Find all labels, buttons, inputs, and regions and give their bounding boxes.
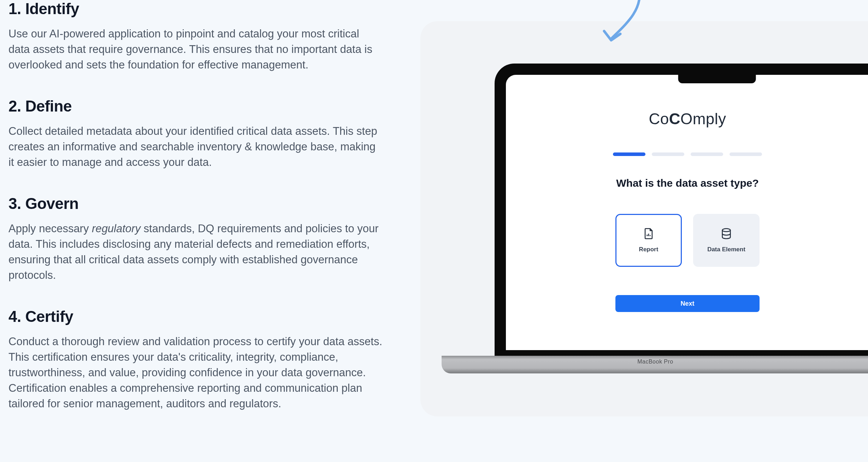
document-chart-icon — [643, 228, 655, 240]
step-title: 1. Identify — [8, 0, 383, 18]
step-body-em: regulatory — [92, 222, 141, 235]
option-data-element[interactable]: Data Element — [693, 214, 760, 267]
step-body: Collect detailed metadata about your ide… — [8, 124, 383, 170]
step-title: 2. Define — [8, 97, 383, 115]
step-title: 4. Certify — [8, 308, 383, 325]
laptop-mockup: CoCOmply What is the data asset type? — [495, 64, 868, 374]
step-identify: 1. Identify Use our AI-powered applicati… — [8, 0, 383, 73]
steps-column: 1. Identify Use our AI-powered applicati… — [8, 0, 383, 436]
laptop-bezel: CoCOmply What is the data asset type? — [495, 64, 868, 356]
step-certify: 4. Certify Conduct a thorough review and… — [8, 308, 383, 412]
step-title: 3. Govern — [8, 195, 383, 212]
step-body: Apply necessary regulatory standards, DQ… — [8, 221, 383, 283]
arrow-icon — [601, 0, 646, 53]
progress-step-3 — [691, 152, 723, 156]
asset-type-options: Report Data Element — [506, 214, 868, 267]
app-question: What is the data asset type? — [506, 177, 868, 189]
step-govern: 3. Govern Apply necessary regulatory sta… — [8, 195, 383, 283]
step-define: 2. Define Collect detailed metadata abou… — [8, 97, 383, 170]
progress-step-2 — [652, 152, 684, 156]
progress-bar — [506, 152, 868, 156]
app-logo: CoCOmply — [506, 110, 868, 128]
option-report[interactable]: Report — [615, 214, 682, 267]
laptop-screen: CoCOmply What is the data asset type? — [506, 75, 868, 350]
progress-step-4 — [730, 152, 762, 156]
laptop-base: MacBook Pro — [442, 356, 868, 373]
laptop-model-label: MacBook Pro — [442, 359, 868, 365]
step-body-pre: Apply necessary — [8, 222, 92, 235]
option-label: Data Element — [707, 246, 745, 253]
step-body: Conduct a thorough review and validation… — [8, 334, 383, 412]
progress-step-1 — [613, 152, 645, 156]
step-body: Use our AI-powered application to pinpoi… — [8, 26, 383, 73]
database-icon — [720, 228, 732, 240]
svg-point-0 — [722, 229, 731, 232]
next-button[interactable]: Next — [615, 295, 760, 312]
app-window: CoCOmply What is the data asset type? — [506, 75, 868, 350]
option-label: Report — [639, 246, 659, 253]
